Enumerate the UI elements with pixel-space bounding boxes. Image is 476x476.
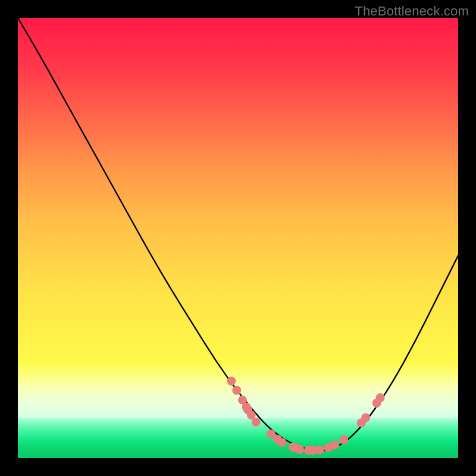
data-point: [232, 386, 241, 395]
data-point: [376, 393, 385, 402]
chart-frame: TheBottleneck.com: [0, 0, 476, 476]
data-point: [295, 445, 304, 454]
bottleneck-curve: [18, 18, 458, 450]
data-point: [339, 435, 348, 444]
data-point: [278, 438, 287, 447]
attribution-label[interactable]: TheBottleneck.com: [355, 4, 469, 19]
data-points: [227, 377, 384, 455]
data-point: [330, 440, 339, 449]
data-point: [252, 418, 261, 427]
chart-overlay: [18, 18, 458, 458]
data-point: [227, 377, 236, 386]
plot-area: [18, 18, 458, 458]
data-point: [361, 413, 370, 422]
data-point: [315, 445, 324, 454]
